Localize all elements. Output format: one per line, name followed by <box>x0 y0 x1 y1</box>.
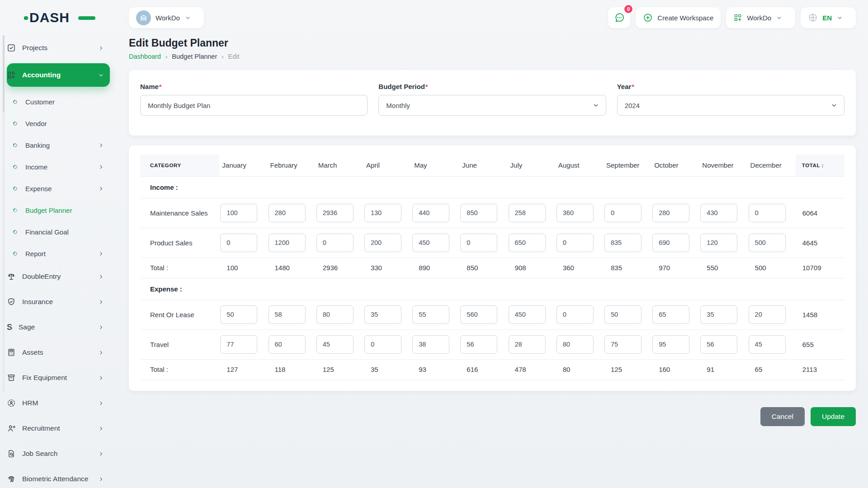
main-area: WorkDo 0 Create Workspace WorkDo EN <box>120 0 868 488</box>
budget-input-maintenance-sales-august[interactable] <box>557 204 594 222</box>
sidebar-item-budget-planner[interactable]: Budget Planner <box>13 202 110 219</box>
budget-input-travel-march[interactable] <box>316 335 354 354</box>
sidebar-item-recruitment[interactable]: Recruitment <box>7 418 110 438</box>
cell <box>411 329 459 359</box>
budget-input-maintenance-sales-june[interactable] <box>460 204 497 222</box>
budget-input-travel-april[interactable] <box>364 335 401 354</box>
name-input[interactable] <box>140 95 368 116</box>
budget-input-travel-september[interactable] <box>604 335 642 354</box>
sidebar-item-expense[interactable]: Expense <box>13 180 110 197</box>
budget-input-maintenance-sales-november[interactable] <box>700 204 737 222</box>
budget-input-rent-or-lease-february[interactable] <box>269 305 306 324</box>
budget-input-travel-august[interactable] <box>557 335 594 354</box>
budget-input-maintenance-sales-february[interactable] <box>269 204 306 222</box>
cell <box>508 198 556 228</box>
budget-input-rent-or-lease-may[interactable] <box>412 305 449 324</box>
cell <box>268 198 316 228</box>
breadcrumb-budget-planner[interactable]: Budget Planner <box>172 53 217 60</box>
sidebar-item-doubleentry[interactable]: DoubleEntry <box>7 267 110 286</box>
budget-input-maintenance-sales-may[interactable] <box>412 204 449 222</box>
column-total-july: 908 <box>508 258 556 278</box>
sidebar-item-biometric-attendance[interactable]: Biometric Attendance <box>7 469 110 488</box>
budget-input-rent-or-lease-january[interactable] <box>220 305 257 324</box>
workdo-menu-button[interactable]: WorkDo <box>726 7 795 28</box>
sidebar-item-job-search[interactable]: Job Search <box>7 444 110 464</box>
workspace-switcher[interactable]: WorkDo <box>129 7 204 28</box>
budget-input-rent-or-lease-september[interactable] <box>604 305 642 324</box>
budget-input-rent-or-lease-april[interactable] <box>364 305 401 324</box>
budget-input-travel-june[interactable] <box>460 335 497 354</box>
sidebar-item-insurance[interactable]: Insurance <box>7 292 110 312</box>
sidebar-item-financial-goal[interactable]: Financial Goal <box>13 223 110 240</box>
month-header-june: June <box>459 155 507 176</box>
budget-input-product-sales-december[interactable] <box>749 234 786 252</box>
cell <box>748 228 796 258</box>
cell <box>604 228 651 258</box>
sidebar-item-fix-equipment[interactable]: Fix Equipment <box>7 368 110 388</box>
breadcrumb-dashboard[interactable]: Dashboard <box>129 53 161 60</box>
bullet-icon <box>12 207 18 213</box>
sidebar-item-accounting[interactable]: Accounting <box>7 63 110 87</box>
budget-input-maintenance-sales-october[interactable] <box>652 204 689 222</box>
budget-input-maintenance-sales-september[interactable] <box>604 204 642 222</box>
budget-input-product-sales-october[interactable] <box>652 234 689 252</box>
sidebar-item-projects[interactable]: Projects <box>7 38 110 58</box>
sidebar-scrollbar[interactable] <box>3 35 5 393</box>
budget-input-product-sales-march[interactable] <box>316 234 354 252</box>
name-label: Name* <box>140 83 368 90</box>
budget-input-rent-or-lease-august[interactable] <box>557 305 594 324</box>
budget-input-product-sales-february[interactable] <box>269 234 306 252</box>
cell <box>268 329 316 359</box>
budget-input-rent-or-lease-october[interactable] <box>652 305 689 324</box>
dash-logo: DASH <box>29 10 88 25</box>
budget-input-maintenance-sales-april[interactable] <box>364 204 401 222</box>
create-workspace-button[interactable]: Create Workspace <box>636 7 721 28</box>
budget-input-travel-december[interactable] <box>749 335 786 354</box>
budget-input-product-sales-may[interactable] <box>412 234 449 252</box>
month-header-december: December <box>748 155 796 176</box>
budget-input-rent-or-lease-december[interactable] <box>749 305 786 324</box>
budget-input-maintenance-sales-march[interactable] <box>316 204 354 222</box>
chevron-right-icon <box>98 250 104 257</box>
cancel-button[interactable]: Cancel <box>760 407 805 426</box>
budget-input-product-sales-november[interactable] <box>700 234 737 252</box>
month-header-march: March <box>316 155 363 176</box>
budget-input-travel-july[interactable] <box>509 335 546 354</box>
budget-input-product-sales-july[interactable] <box>509 234 546 252</box>
language-selector[interactable]: EN <box>801 7 856 28</box>
sidebar-item-sage[interactable]: SSage <box>7 317 110 337</box>
budget-input-maintenance-sales-january[interactable] <box>220 204 257 222</box>
sidebar-item-hrm[interactable]: HRM <box>7 393 110 413</box>
budget-input-product-sales-august[interactable] <box>557 234 594 252</box>
year-select[interactable]: 2024 <box>617 95 844 116</box>
update-button[interactable]: Update <box>811 407 856 426</box>
budget-input-product-sales-april[interactable] <box>364 234 401 252</box>
budget-period-select[interactable]: Monthly <box>378 95 606 116</box>
budget-input-product-sales-june[interactable] <box>460 234 497 252</box>
budget-input-maintenance-sales-december[interactable] <box>749 204 786 222</box>
budget-input-product-sales-september[interactable] <box>604 234 642 252</box>
chevron-right-icon <box>98 299 104 305</box>
budget-input-rent-or-lease-november[interactable] <box>700 305 737 324</box>
sidebar-item-customer[interactable]: Customer <box>13 93 110 110</box>
budget-input-rent-or-lease-july[interactable] <box>509 305 546 324</box>
messages-button[interactable]: 0 <box>608 7 630 28</box>
budget-input-travel-november[interactable] <box>700 335 737 354</box>
sidebar-item-vendor[interactable]: Vendor <box>13 115 110 132</box>
totals-row-label: Total : <box>140 359 219 380</box>
budget-input-maintenance-sales-july[interactable] <box>509 204 546 222</box>
total-header: TOTAL : <box>796 155 844 176</box>
budget-input-travel-october[interactable] <box>652 335 689 354</box>
budget-input-travel-january[interactable] <box>220 335 257 354</box>
sidebar-item-assets[interactable]: Assets <box>7 343 110 362</box>
cell <box>219 228 267 258</box>
sidebar-item-banking[interactable]: Banking <box>13 136 110 154</box>
budget-input-travel-february[interactable] <box>269 335 306 354</box>
logo-accent-dot <box>24 16 28 20</box>
sidebar-item-report[interactable]: Report <box>13 245 110 262</box>
budget-input-travel-may[interactable] <box>412 335 449 354</box>
budget-input-product-sales-january[interactable] <box>220 234 257 252</box>
sidebar-item-income[interactable]: Income <box>13 158 110 175</box>
budget-input-rent-or-lease-june[interactable] <box>460 305 497 324</box>
budget-input-rent-or-lease-march[interactable] <box>316 305 354 324</box>
